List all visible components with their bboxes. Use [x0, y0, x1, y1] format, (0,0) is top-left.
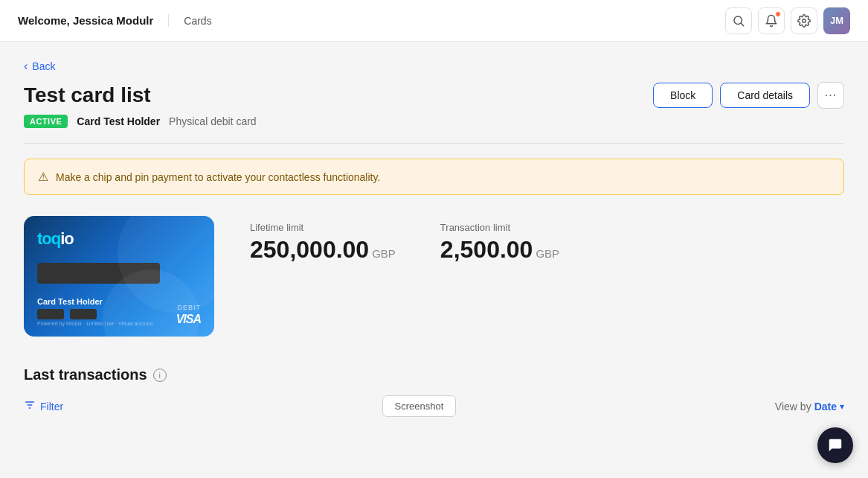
settings-button[interactable]	[791, 7, 817, 34]
card-brand-logo: toqio	[37, 229, 201, 249]
card-holder-info: Card Test Holder Powered by Modulr · Lim…	[37, 297, 152, 326]
avatar-initials: JM	[823, 7, 850, 34]
transaction-currency: GBP	[536, 247, 559, 260]
status-badge: ACTIVE	[24, 115, 68, 128]
notification-badge	[775, 11, 781, 17]
card-network-info: DEBIT VISA	[176, 304, 201, 326]
transaction-limit-label: Transaction limit	[440, 222, 559, 233]
back-link[interactable]: ‹ Back	[24, 60, 55, 73]
card-holder-name: Card Test Holder	[77, 115, 160, 127]
lifetime-limit-label: Lifetime limit	[250, 222, 396, 233]
transactions-header: Last transactions i	[24, 366, 844, 383]
card-holder-label: Card Test Holder	[37, 297, 152, 306]
card-type: Physical debit card	[169, 115, 257, 127]
chevron-down-icon: ▾	[840, 401, 844, 412]
svg-point-2	[803, 19, 806, 22]
page-header-row: Test card list Block Card details ···	[24, 82, 844, 109]
alert-message: Make a chip and pin payment to activate …	[56, 171, 380, 183]
card-number-bar	[37, 263, 160, 284]
svg-line-1	[741, 23, 743, 25]
filter-row: Filter Screenshot View by Date ▾	[24, 395, 844, 417]
view-by-section: View by Date ▾	[775, 401, 844, 412]
limits-section: Lifetime limit 250,000.00GBP Transaction…	[250, 216, 559, 264]
more-options-button[interactable]: ···	[817, 82, 844, 109]
header-left: Welcome, Jessica Modulr Cards	[18, 14, 212, 27]
avatar[interactable]: JM	[823, 7, 850, 34]
filter-label: Filter	[40, 401, 63, 412]
card-digits-row	[37, 309, 152, 319]
card-footer-text: Powered by Modulr · Limited Use · Virtua…	[37, 321, 152, 326]
card-section: toqio Card Test Holder Powered by Modulr…	[24, 216, 844, 337]
filter-button[interactable]: Filter	[24, 399, 63, 414]
notification-button[interactable]	[758, 7, 785, 34]
meta-row: ACTIVE Card Test Holder Physical debit c…	[24, 115, 844, 128]
chat-bubble[interactable]	[817, 427, 853, 463]
block-button[interactable]: Block	[653, 83, 713, 108]
card-debit-label: DEBIT	[177, 304, 201, 311]
filter-icon	[24, 399, 36, 414]
divider	[24, 143, 844, 144]
lifetime-limit-value: 250,000.00GBP	[250, 236, 396, 264]
lifetime-currency: GBP	[372, 247, 396, 260]
card-details-button[interactable]: Card details	[720, 83, 810, 108]
view-by-value[interactable]: Date	[814, 401, 837, 412]
screenshot-button[interactable]: Screenshot	[382, 395, 457, 417]
search-button[interactable]	[725, 7, 752, 34]
back-label: Back	[32, 60, 55, 72]
main-content: ‹ Back Test card list Block Card details…	[0, 42, 868, 435]
transactions-title: Last transactions	[24, 366, 147, 383]
transaction-limit-group: Transaction limit 2,500.00GBP	[440, 222, 559, 264]
alert-banner: ⚠ Make a chip and pin payment to activat…	[24, 159, 844, 195]
chevron-left-icon: ‹	[24, 60, 28, 73]
ellipsis-icon: ···	[825, 89, 837, 102]
header-icons: JM	[725, 7, 850, 34]
visa-logo: VISA	[176, 313, 201, 326]
view-by-label: View by	[775, 401, 811, 412]
welcome-text: Welcome, Jessica Modulr	[18, 14, 169, 27]
page-actions: Block Card details ···	[653, 82, 844, 109]
svg-point-0	[734, 16, 742, 25]
lifetime-limit-group: Lifetime limit 250,000.00GBP	[250, 222, 396, 264]
transaction-limit-value: 2,500.00GBP	[440, 236, 559, 264]
credit-card-visual: toqio Card Test Holder Powered by Modulr…	[24, 216, 214, 337]
card-bottom: Card Test Holder Powered by Modulr · Lim…	[37, 297, 201, 326]
alert-icon: ⚠	[38, 170, 48, 184]
gear-icon	[797, 14, 811, 28]
page-title: Test card list	[24, 83, 151, 107]
breadcrumb: Cards	[169, 15, 211, 27]
card-digit-group-2	[70, 309, 97, 319]
chat-icon	[827, 437, 843, 453]
transactions-info-icon[interactable]: i	[153, 369, 167, 382]
card-digit-group-1	[37, 309, 64, 319]
search-icon	[732, 14, 745, 28]
app-header: Welcome, Jessica Modulr Cards JM	[0, 0, 868, 42]
